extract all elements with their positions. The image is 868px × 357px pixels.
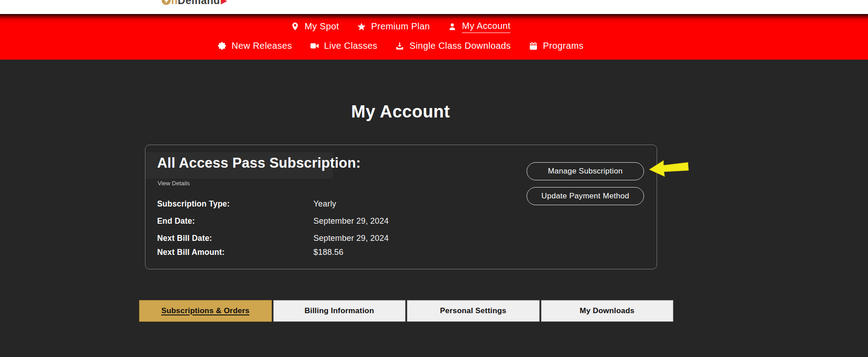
detail-label: End Date: [157,216,195,226]
new-burst-icon [218,42,226,50]
nav-item-programs[interactable]: Programs [529,40,583,52]
tab-subscriptions-orders[interactable]: Subscriptions & Orders [139,300,272,322]
tab-billing-information[interactable]: Billing Information [273,300,406,322]
nav-row-primary: My Spot Premium Plan My Account [291,20,511,33]
calendar-icon [529,42,537,50]
nav-item-new-releases[interactable]: New Releases [218,40,292,52]
nav-item-premium-plan[interactable]: Premium Plan [357,20,430,33]
detail-value: Yearly [313,199,336,209]
tab-label: My Downloads [580,306,635,315]
nav-label: Live Classes [324,40,378,52]
tab-label: Billing Information [304,306,374,315]
nav-item-live-classes[interactable]: Live Classes [310,40,378,52]
video-camera-icon [310,42,319,50]
manage-subscription-button[interactable]: Manage Subscription [527,162,644,180]
subscription-title: All Access Pass Subscription: [157,155,361,171]
main-navbar: My Spot Premium Plan My Account New Rele… [0,14,868,60]
nav-item-my-account[interactable]: My Account [448,20,510,33]
tab-label: Personal Settings [440,306,506,315]
tab-my-downloads[interactable]: My Downloads [541,300,674,322]
detail-label: Next Bill Date: [157,234,212,243]
account-tabs: Subscriptions & Orders Billing Informati… [139,300,673,322]
update-payment-method-button[interactable]: Update Payment Method [527,187,644,205]
nav-item-single-class-downloads[interactable]: Single Class Downloads [396,40,511,52]
nav-item-my-spot[interactable]: My Spot [291,20,339,33]
detail-value: $188.56 [313,248,343,257]
detail-row-subscription-type: Subscription Type: Yearly [157,199,473,210]
nav-label: New Releases [232,40,292,52]
brand-logo[interactable]: n Demand ▶ [162,0,227,6]
detail-row-next-bill-amount: Next Bill Amount: $188.56 [157,248,473,258]
nav-row-secondary: New Releases Live Classes Single Class D… [218,40,583,52]
logo-text-prefix: n [171,0,178,7]
detail-label: Subscription Type: [157,199,230,209]
detail-value: September 29, 2024 [313,216,389,226]
nav-label: My Account [462,20,510,33]
star-icon [357,22,366,31]
nav-label: Premium Plan [371,20,430,33]
person-icon [448,22,457,31]
subscription-panel: All Access Pass Subscription: View Detai… [145,145,657,269]
view-details-link[interactable]: View Details [158,180,190,187]
logo-play-icon: ▶ [221,0,227,5]
nav-label: Programs [543,40,583,52]
detail-label: Next Bill Amount: [157,248,225,257]
top-white-bar: n Demand ▶ [0,0,868,14]
download-icon [396,42,404,50]
page-title: My Account [0,102,835,122]
tab-personal-settings[interactable]: Personal Settings [407,300,540,322]
nav-label: Single Class Downloads [410,40,511,52]
lightning-bolt-icon [162,0,171,5]
nav-label: My Spot [305,20,339,33]
location-pin-icon [291,22,299,31]
main-content: My Account All Access Pass Subscription:… [0,60,868,357]
detail-row-end-date: End Date: September 29, 2024 [157,216,473,227]
detail-row-next-bill-date: Next Bill Date: September 29, 2024 [157,234,473,244]
detail-value: September 29, 2024 [313,234,389,243]
logo-text-name: Demand [178,0,220,7]
tab-label: Subscriptions & Orders [161,306,249,315]
